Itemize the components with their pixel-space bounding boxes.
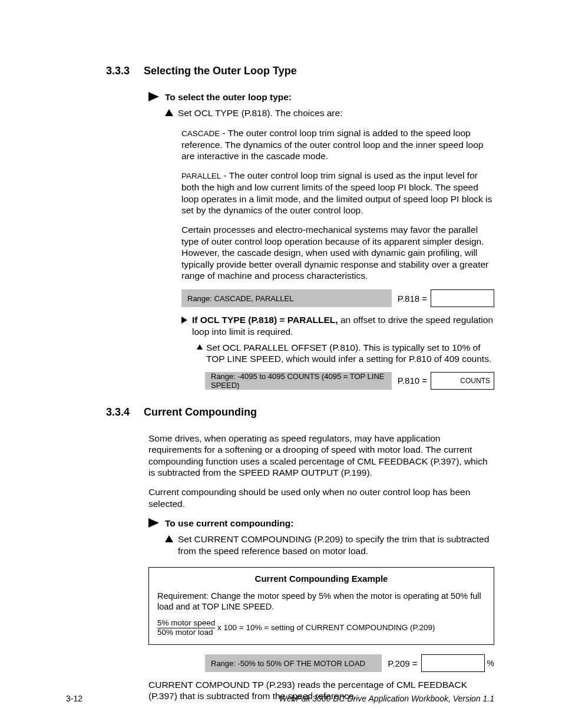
param-box-p810[interactable]: COUNTS: [431, 372, 494, 390]
note-if-parallel-lead: If OCL TYPE (P.818) = PARALLEL,: [192, 315, 338, 325]
param-label-p810: P.810 =: [392, 372, 431, 390]
example-title: Current Compounding Example: [157, 574, 485, 584]
footer-doc-title: WebPak 3000 DC Drive Application Workboo…: [279, 694, 494, 703]
body-cascade: - The outer control loop trim signal is …: [181, 128, 483, 161]
arrow-right-icon: [148, 518, 159, 528]
triangle-up-icon: [197, 344, 203, 350]
param-suffix-p209: %: [485, 654, 494, 672]
example-fraction: 5% motor speed 50% motor load: [157, 619, 215, 637]
param-range-p818: Range: CASCADE, PARALLEL: [181, 289, 392, 307]
procedure-lead-333-text: To select the outer loop type:: [165, 91, 292, 103]
para-note: Certain processes and electro-mechanical…: [181, 224, 494, 281]
example-fraction-bot: 50% motor load: [157, 628, 215, 637]
note-if-parallel-text: If OCL TYPE (P.818) = PARALLEL, an offse…: [192, 314, 494, 337]
example-fraction-top: 5% motor speed: [157, 619, 215, 628]
step-set-cc-text: Set CURRENT COMPOUNDING (P.209) to speci…: [178, 533, 494, 556]
arrow-right-icon: [148, 92, 159, 101]
param-box-p209[interactable]: [421, 654, 485, 672]
example-formula: 5% motor speed 50% motor load x 100 = 10…: [157, 619, 485, 637]
param-range-p810: Range: -4095 to 4095 COUNTS (4095 = TOP …: [205, 372, 392, 390]
param-range-p209: Range: -50% to 50% OF THE MOTOR LOAD: [205, 654, 382, 672]
example-req: Requirement: Change the motor speed by 5…: [157, 591, 485, 612]
para-334-1: Some drives, when operating as speed reg…: [148, 433, 494, 479]
para-parallel: PARALLEL - The outer control loop trim s…: [181, 170, 494, 216]
heading-333: 3.3.3Selecting the Outer Loop Type: [106, 65, 494, 77]
param-label-p209: P.209 =: [382, 654, 421, 672]
param-box-p818[interactable]: [431, 289, 494, 307]
procedure-lead-334-text: To use current compounding:: [165, 518, 293, 529]
triangle-up-icon: [165, 535, 173, 542]
heading-334-title: Current Compounding: [144, 406, 257, 418]
step-set-offset: Set OCL PARALLEL OFFSET (P.810). This is…: [197, 342, 494, 365]
arrow-right-icon: [181, 317, 187, 324]
heading-333-number: 3.3.3: [106, 65, 144, 77]
example-box: Current Compounding Example Requirement:…: [148, 567, 494, 645]
heading-334: 3.3.4Current Compounding: [106, 406, 494, 419]
triangle-up-icon: [165, 109, 173, 116]
document-page: 3.3.3Selecting the Outer Loop Type To se…: [0, 0, 562, 728]
heading-333-title: Selecting the Outer Loop Type: [144, 65, 297, 77]
procedure-lead-333: To select the outer loop type:: [148, 91, 494, 103]
step-set-offset-text: Set OCL PARALLEL OFFSET (P.810). This is…: [206, 342, 494, 365]
para-334-2: Current compounding should be used only …: [148, 486, 494, 509]
param-row-p818: Range: CASCADE, PARALLEL P.818 =: [181, 289, 494, 307]
lead-cascade: CASCADE: [181, 129, 220, 138]
step-set-ocl-type: Set OCL TYPE (P.818). The choices are:: [165, 107, 494, 118]
para-cascade: CASCADE - The outer control loop trim si…: [181, 127, 494, 162]
lead-parallel: PARALLEL: [181, 172, 221, 180]
param-label-p818: P.818 =: [392, 289, 431, 307]
step-set-ocl-type-text: Set OCL TYPE (P.818). The choices are:: [178, 107, 342, 118]
param-row-p810: Range: -4095 to 4095 COUNTS (4095 = TOP …: [205, 372, 494, 390]
heading-334-number: 3.3.4: [106, 406, 144, 419]
note-if-parallel: If OCL TYPE (P.818) = PARALLEL, an offse…: [181, 314, 494, 337]
procedure-lead-334: To use current compounding:: [148, 518, 494, 529]
step-set-cc: Set CURRENT COMPOUNDING (P.209) to speci…: [165, 533, 494, 556]
footer-page-number: 3-12: [66, 694, 82, 703]
page-footer: 3-12 WebPak 3000 DC Drive Application Wo…: [66, 694, 494, 703]
param-row-p209: Range: -50% to 50% OF THE MOTOR LOAD P.2…: [205, 654, 494, 672]
body-parallel: - The outer control loop trim signal is …: [181, 170, 492, 215]
example-formula-tail: x 100 = 10% = setting of CURRENT COMPOUN…: [215, 624, 435, 633]
